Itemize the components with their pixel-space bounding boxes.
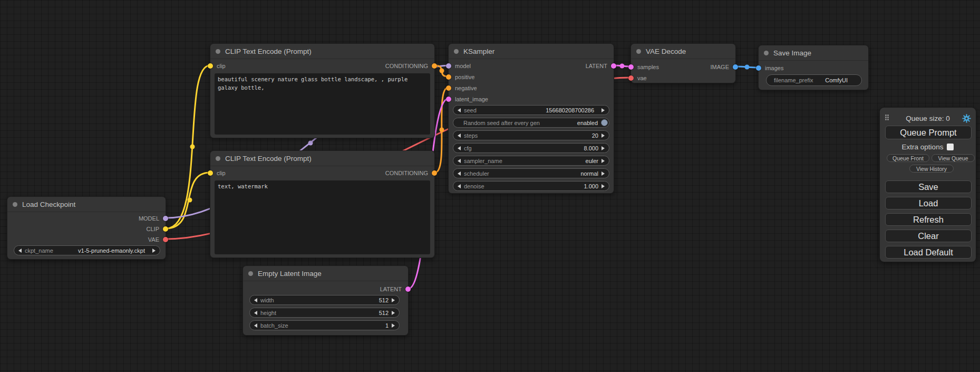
node-load-checkpoint[interactable]: Load Checkpoint MODEL CLIP VAE ckpt_name…: [7, 196, 166, 260]
input-slot-clip: clip: [210, 169, 226, 177]
widget-steps[interactable]: steps 20: [453, 130, 609, 140]
widget-cfg[interactable]: cfg 8.000: [453, 143, 609, 153]
collapse-dot-icon[interactable]: [764, 51, 769, 55]
decrement-arrow-icon[interactable]: [458, 108, 461, 112]
decrement-arrow-icon[interactable]: [458, 146, 461, 150]
decrement-arrow-icon[interactable]: [458, 184, 461, 188]
decrement-arrow-icon[interactable]: [254, 323, 257, 328]
negative-input-dot[interactable]: [446, 85, 451, 91]
view-history-button[interactable]: View History: [909, 165, 954, 173]
collapse-dot-icon[interactable]: [248, 271, 253, 276]
increment-arrow-icon[interactable]: [601, 171, 605, 176]
model-output-dot[interactable]: [163, 216, 168, 221]
load-button[interactable]: Load: [885, 197, 972, 209]
node-clip-text-encode-positive[interactable]: CLIP Text Encode (Prompt) clip CONDITION…: [210, 43, 435, 138]
latent-image-input-dot[interactable]: [446, 97, 451, 102]
decrement-arrow-icon[interactable]: [254, 298, 257, 302]
queue-prompt-button[interactable]: Queue Prompt: [885, 126, 972, 139]
comfyui-canvas[interactable]: { "colors": { "model": "#b39ddb", "clip"…: [0, 0, 980, 372]
extra-options-checkbox[interactable]: [947, 144, 954, 150]
refresh-button[interactable]: Refresh: [885, 213, 972, 226]
collapse-dot-icon[interactable]: [216, 156, 220, 161]
widget-seed[interactable]: seed 156680208700286: [453, 105, 609, 115]
images-input-dot[interactable]: [756, 65, 761, 71]
node-vae-decode[interactable]: VAE Decode samples vae IMAGE: [630, 43, 736, 83]
input-slot-clip: clip: [210, 62, 226, 70]
decrement-arrow-icon[interactable]: [458, 159, 461, 163]
output-slot-image: IMAGE: [711, 63, 735, 71]
widget-batch-size[interactable]: batch_size 1: [249, 320, 400, 330]
queue-menu-panel: Queue size: 0 Queue Prompt Extra opt: [879, 107, 976, 262]
clip-input-dot[interactable]: [208, 170, 213, 176]
negative-prompt-textarea[interactable]: text, watermark: [215, 180, 430, 254]
node-clip-text-encode-negative[interactable]: CLIP Text Encode (Prompt) clip CONDITION…: [210, 150, 435, 258]
input-slot-negative: negative: [449, 84, 477, 92]
samples-input-dot[interactable]: [628, 64, 634, 70]
extra-options-label: Extra options: [902, 143, 944, 151]
output-slot-conditioning: CONDITIONING: [385, 62, 434, 70]
clip-negative-title-bar[interactable]: CLIP Text Encode (Prompt): [210, 151, 434, 166]
widget-height[interactable]: height 512: [249, 308, 400, 318]
decrement-arrow-icon[interactable]: [458, 133, 461, 138]
widget-scheduler[interactable]: scheduler normal: [453, 168, 609, 178]
input-slot-images: images: [759, 64, 783, 72]
queue-front-button[interactable]: Queue Front: [887, 154, 929, 162]
output-slot-clip: CLIP: [147, 225, 166, 233]
vae-output-dot[interactable]: [163, 237, 168, 242]
conditioning-output-dot[interactable]: [432, 170, 437, 176]
node-empty-latent-image[interactable]: Empty Latent Image LATENT width 512 heig…: [242, 265, 409, 336]
vae-decode-title-bar[interactable]: VAE Decode: [631, 44, 735, 59]
increment-arrow-icon[interactable]: [152, 249, 156, 253]
collapse-dot-icon[interactable]: [216, 49, 220, 54]
latent-output-dot[interactable]: [611, 63, 616, 69]
output-slot-latent: LATENT: [586, 62, 614, 70]
load-checkpoint-title-bar[interactable]: Load Checkpoint: [7, 197, 166, 212]
clip-positive-title-bar[interactable]: CLIP Text Encode (Prompt): [210, 44, 434, 59]
ksampler-title-bar[interactable]: KSampler: [449, 44, 614, 59]
input-slot-samples: samples: [631, 63, 659, 71]
positive-input-dot[interactable]: [446, 74, 451, 80]
input-slot-model: model: [449, 62, 471, 70]
enabled-toggle-icon[interactable]: [601, 119, 608, 126]
increment-arrow-icon[interactable]: [392, 298, 395, 302]
collapse-dot-icon[interactable]: [454, 49, 459, 54]
node-ksampler[interactable]: KSampler model positive negative latent_…: [448, 43, 614, 194]
settings-gear-icon[interactable]: [962, 114, 971, 125]
clip-input-dot[interactable]: [208, 63, 213, 69]
view-queue-button[interactable]: View Queue: [932, 154, 975, 162]
save-image-title-bar[interactable]: Save Image: [759, 45, 868, 61]
widget-width[interactable]: width 512: [249, 295, 400, 305]
save-button[interactable]: Save: [885, 180, 972, 193]
conditioning-output-dot[interactable]: [432, 63, 437, 69]
widget-sampler-name[interactable]: sampler_name euler: [453, 156, 609, 166]
increment-arrow-icon[interactable]: [601, 146, 605, 150]
node-title: CLIP Text Encode (Prompt): [225, 47, 312, 55]
empty-latent-title-bar[interactable]: Empty Latent Image: [243, 266, 408, 281]
load-default-button[interactable]: Load Default: [885, 246, 972, 259]
decrement-arrow-icon[interactable]: [458, 171, 461, 176]
node-title: KSampler: [463, 47, 494, 55]
widget-denoise[interactable]: denoise 1.000: [453, 181, 609, 191]
collapse-dot-icon[interactable]: [636, 49, 641, 54]
increment-arrow-icon[interactable]: [392, 311, 395, 315]
positive-prompt-textarea[interactable]: beautiful scenery nature glass bottle la…: [215, 73, 430, 135]
clip-output-dot[interactable]: [163, 226, 168, 232]
increment-arrow-icon[interactable]: [601, 133, 605, 138]
vae-input-dot[interactable]: [628, 75, 634, 81]
collapse-dot-icon[interactable]: [13, 202, 17, 207]
increment-arrow-icon[interactable]: [392, 323, 395, 328]
queue-panel-header: Queue size: 0: [880, 112, 976, 124]
widget-ckpt-name[interactable]: ckpt_name v1-5-pruned-emaonly.ckpt: [14, 245, 160, 255]
clear-button[interactable]: Clear: [885, 230, 972, 242]
image-output-dot[interactable]: [733, 64, 738, 70]
increment-arrow-icon[interactable]: [601, 184, 605, 188]
widget-filename-prefix[interactable]: filename_prefix ComfyUI: [766, 74, 862, 86]
model-input-dot[interactable]: [446, 63, 451, 69]
node-save-image[interactable]: Save Image images filename_prefix ComfyU…: [758, 45, 869, 90]
decrement-arrow-icon[interactable]: [254, 311, 257, 315]
increment-arrow-icon[interactable]: [601, 108, 605, 112]
increment-arrow-icon[interactable]: [601, 159, 605, 163]
latent-output-dot[interactable]: [405, 287, 411, 292]
widget-random-seed-toggle[interactable]: Random seed after every gen enabled: [453, 118, 609, 128]
decrement-arrow-icon[interactable]: [18, 249, 22, 253]
